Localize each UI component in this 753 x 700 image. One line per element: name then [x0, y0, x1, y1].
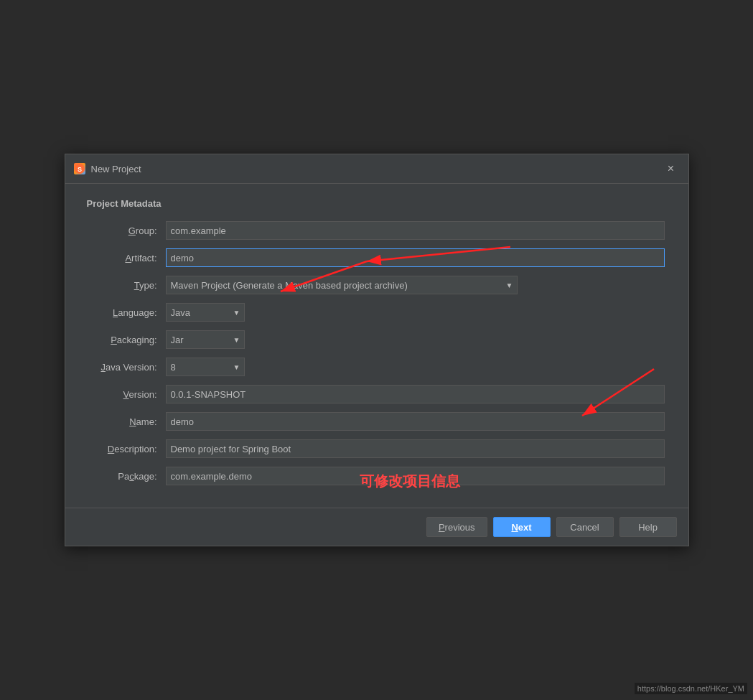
help-label: Help — [638, 522, 658, 533]
package-row: Package: — [87, 466, 667, 486]
description-label: Description: — [87, 444, 166, 454]
section-title: Project Metadata — [87, 198, 667, 209]
help-button[interactable]: Help — [619, 517, 677, 537]
cancel-label: Cancel — [570, 522, 599, 533]
packaging-select[interactable]: Jar War — [166, 330, 245, 349]
name-input[interactable] — [166, 412, 665, 431]
package-input[interactable] — [166, 467, 665, 485]
dialog-title: New Project — [91, 164, 141, 174]
group-row: Group: — [87, 220, 667, 241]
artifact-row: Artifact: — [87, 248, 667, 268]
dialog-footer: Previous Next Cancel Help — [65, 508, 688, 546]
name-label: Name: — [87, 416, 166, 427]
language-row: Language: Java Kotlin Groovy ▼ — [87, 302, 667, 322]
app-icon: S — [74, 163, 85, 174]
next-label-rest: ext — [518, 522, 532, 533]
previous-button[interactable]: Previous — [426, 517, 487, 537]
previous-underline: P — [439, 522, 445, 533]
java-version-select[interactable]: 8 11 17 21 — [166, 358, 245, 376]
artifact-input[interactable] — [166, 248, 665, 267]
svg-text:S: S — [77, 166, 81, 173]
description-input[interactable] — [166, 439, 665, 458]
title-bar: S New Project × — [65, 154, 688, 184]
packaging-label: Packaging: — [87, 335, 166, 345]
type-select[interactable]: Maven Project (Generate a Maven based pr… — [166, 276, 518, 294]
new-project-dialog: S New Project × Project Metadata Group: … — [65, 154, 689, 546]
type-select-wrapper: Maven Project (Generate a Maven based pr… — [166, 276, 518, 294]
packaging-row: Packaging: Jar War ▼ — [87, 330, 667, 350]
type-label: Type: — [87, 280, 166, 291]
group-input[interactable] — [166, 221, 665, 240]
language-label: Language: — [87, 307, 166, 318]
cancel-button[interactable]: Cancel — [556, 517, 614, 537]
package-label: Package: — [87, 471, 166, 482]
packaging-select-wrapper: Jar War ▼ — [166, 330, 245, 349]
next-button[interactable]: Next — [493, 517, 551, 537]
dialog-content: Project Metadata Group: Artifact: Type: … — [65, 184, 688, 508]
language-select-wrapper: Java Kotlin Groovy ▼ — [166, 303, 245, 322]
previous-label-rest: revious — [445, 522, 475, 533]
name-row: Name: — [87, 411, 667, 431]
type-row: Type: Maven Project (Generate a Maven ba… — [87, 275, 667, 295]
description-row: Description: — [87, 439, 667, 459]
close-button[interactable]: × — [663, 160, 680, 177]
next-underline: N — [511, 522, 518, 533]
language-select[interactable]: Java Kotlin Groovy — [166, 303, 245, 322]
artifact-label: Artifact: — [87, 253, 166, 263]
java-version-label: Java Version: — [87, 362, 166, 373]
version-input[interactable] — [166, 385, 665, 403]
group-label: Group: — [87, 225, 166, 236]
java-version-select-wrapper: 8 11 17 21 ▼ — [166, 358, 245, 376]
title-bar-left: S New Project — [74, 163, 141, 174]
version-row: Version: — [87, 384, 667, 404]
watermark: https://blog.csdn.net/HKer_YM — [635, 683, 747, 694]
java-version-row: Java Version: 8 11 17 21 ▼ — [87, 357, 667, 377]
version-label: Version: — [87, 389, 166, 400]
